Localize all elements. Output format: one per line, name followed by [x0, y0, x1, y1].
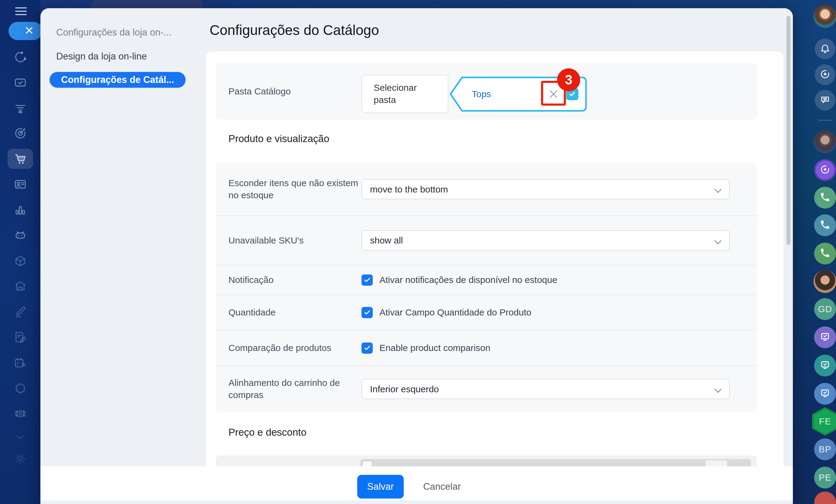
sparkle-circle-icon	[820, 69, 831, 81]
chat-transfer-button[interactable]	[815, 90, 835, 111]
checkbox-checked[interactable]	[361, 274, 373, 286]
monitor-check-item[interactable]	[814, 326, 836, 348]
row-cart-alignment: Alinhamento do carrinho de compras Infer…	[216, 366, 757, 412]
bot-icon[interactable]	[0, 224, 40, 246]
notifications-button[interactable]	[815, 39, 835, 59]
page-title: Configurações do Catálogo	[210, 22, 379, 38]
target-icon[interactable]	[0, 122, 40, 144]
pencil-icon[interactable]	[0, 301, 40, 323]
call-item[interactable]	[814, 187, 836, 209]
ai-assistant-purple[interactable]	[814, 159, 836, 181]
close-sidebar-button[interactable]	[8, 22, 42, 40]
selected-folder-chip[interactable]: Tops 3	[446, 76, 588, 113]
hide-out-of-stock-select[interactable]: move to the bottom	[361, 179, 730, 199]
menu-icon[interactable]	[15, 7, 27, 17]
nav-item-catalog-settings-active[interactable]: Configurações de Catál...	[50, 72, 186, 88]
monitor-check-icon	[820, 331, 831, 343]
connections-icon[interactable]	[0, 46, 40, 68]
row-unavailable-skus: Unavailable SKU's show all	[216, 215, 757, 265]
monitor-check-icon	[820, 360, 831, 372]
monitor-check-item[interactable]	[814, 355, 836, 376]
chevron-down-icon	[714, 237, 721, 244]
sparkle-circle-icon	[820, 164, 831, 176]
left-sidebar	[0, 0, 40, 504]
row-quantity: Quantidade Ativar Campo Quantidade do Pr…	[216, 294, 757, 330]
settings-rows: Esconder itens que não existem no estoqu…	[216, 163, 757, 412]
section-price-header: Preço e desconto	[228, 427, 306, 438]
camera-icon[interactable]	[0, 403, 40, 424]
nav-item-store-design[interactable]: Design da loja on-line	[56, 51, 147, 62]
background-tab	[91, 0, 202, 8]
modal-scrollbar[interactable]	[786, 16, 791, 245]
nav-item-store-settings[interactable]: Configurações da loja on-...	[56, 27, 171, 38]
inbox-check-icon[interactable]	[0, 72, 40, 94]
chevron-down-icon[interactable]	[0, 426, 40, 448]
sidebar-divider	[818, 120, 832, 120]
chevron-down-icon	[714, 186, 721, 193]
save-button[interactable]: Salvar	[357, 475, 404, 499]
row-notification: Notificação Ativar notificações de dispo…	[216, 265, 757, 294]
ai-assistant-button[interactable]	[815, 64, 835, 85]
cart-alignment-select[interactable]: Inferior esquerdo	[361, 379, 730, 399]
contact-badge[interactable]: PE	[814, 467, 836, 488]
annotation-step-badge: 3	[557, 68, 580, 91]
package-icon[interactable]	[0, 250, 40, 272]
hexagon-badge: FE	[812, 407, 836, 436]
call-item[interactable]	[814, 243, 836, 265]
phone-icon	[820, 248, 831, 259]
screen: Configurações da loja on-... Design da l…	[0, 0, 836, 504]
contact-badge[interactable]: BP	[814, 439, 836, 460]
catalog-folder-row: Pasta Catálogo Selecionar pasta Tops	[216, 63, 757, 120]
checkbox-checked[interactable]	[361, 343, 373, 354]
analytics-icon[interactable]	[0, 199, 40, 221]
bell-icon	[820, 43, 831, 55]
monitor-check-icon	[820, 388, 831, 400]
filter-icon[interactable]	[0, 97, 40, 119]
checkbox-checked[interactable]	[361, 307, 373, 318]
contacts-icon[interactable]	[0, 173, 40, 195]
contact-badge[interactable]: GD	[814, 298, 836, 320]
select-folder-button[interactable]: Selecionar pasta	[361, 75, 449, 113]
settings-card: Pasta Catálogo Selecionar pasta Tops	[206, 52, 783, 471]
call-item[interactable]	[814, 214, 836, 236]
modal-footer: Salvar Cancelar	[40, 466, 793, 500]
row-hide-out-of-stock: Esconder itens que não existem no estoqu…	[216, 163, 757, 215]
phone-icon	[820, 219, 831, 231]
right-sidebar: GD FE BP PE	[793, 0, 836, 504]
row-product-comparison: Comparação de produtos Enable product co…	[216, 330, 757, 366]
monitor-check-item[interactable]	[814, 383, 836, 405]
document-edit-icon[interactable]	[0, 326, 40, 348]
phone-icon	[820, 192, 831, 204]
comparison-checkbox-group[interactable]: Enable product comparison	[361, 330, 490, 366]
cart-icon[interactable]	[0, 148, 40, 170]
schedule-icon[interactable]	[0, 352, 40, 374]
folder-chip-name: Tops	[472, 76, 491, 113]
section-product-header: Produto e visualização	[228, 133, 329, 144]
avatar[interactable]	[814, 270, 836, 293]
contact-badge-hexagon[interactable]: FE	[812, 407, 836, 436]
cancel-button[interactable]: Cancelar	[408, 475, 475, 499]
quantity-checkbox-group[interactable]: Ativar Campo Quantidade do Produto	[361, 295, 531, 330]
chat-swap-icon	[820, 94, 831, 106]
storefront-icon[interactable]	[0, 275, 40, 297]
avatar[interactable]	[814, 130, 836, 153]
folder-row-label: Pasta Catálogo	[228, 85, 291, 97]
hexagon-icon[interactable]	[0, 377, 40, 399]
settings-modal: Configurações da loja on-... Design da l…	[40, 8, 793, 504]
notification-checkbox-group[interactable]: Ativar notificações de disponível no est…	[361, 265, 557, 294]
contact-badge[interactable]	[814, 491, 836, 504]
chevron-down-icon	[714, 386, 721, 393]
close-icon	[24, 25, 35, 37]
avatar[interactable]	[814, 5, 836, 28]
unavailable-skus-select[interactable]: show all	[361, 230, 730, 251]
settings-gear-icon[interactable]	[0, 448, 40, 470]
